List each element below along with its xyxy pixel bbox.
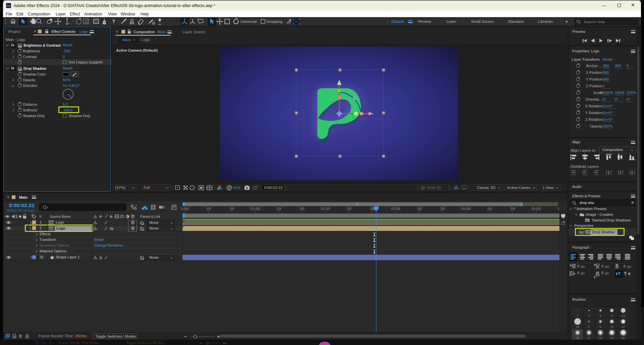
svg-text:13: 13 xyxy=(610,325,613,329)
svg-text:21: 21 xyxy=(576,336,579,340)
svg-text:1: 1 xyxy=(577,314,578,317)
svg-text:9: 9 xyxy=(599,325,601,329)
svg-text:fx: fx xyxy=(110,215,113,218)
svg-text:65: 65 xyxy=(622,336,625,340)
svg-text:5: 5 xyxy=(599,314,601,317)
svg-text:17: 17 xyxy=(622,325,625,329)
svg-text:3: 3 xyxy=(588,314,590,317)
svg-text:5: 5 xyxy=(588,325,590,329)
svg-text:fx: fx xyxy=(586,219,588,222)
svg-text:Parent & Link: Parent & Link xyxy=(140,215,161,218)
svg-text:19: 19 xyxy=(576,325,579,329)
svg-text:45: 45 xyxy=(610,336,613,340)
svg-text:fx: fx xyxy=(110,227,114,230)
svg-text:Source Name: Source Name xyxy=(50,215,71,218)
svg-text:9: 9 xyxy=(611,314,612,317)
svg-text:#: # xyxy=(39,214,42,218)
svg-text:27: 27 xyxy=(587,336,591,340)
svg-text:13: 13 xyxy=(622,314,625,317)
svg-text:35: 35 xyxy=(599,336,602,340)
